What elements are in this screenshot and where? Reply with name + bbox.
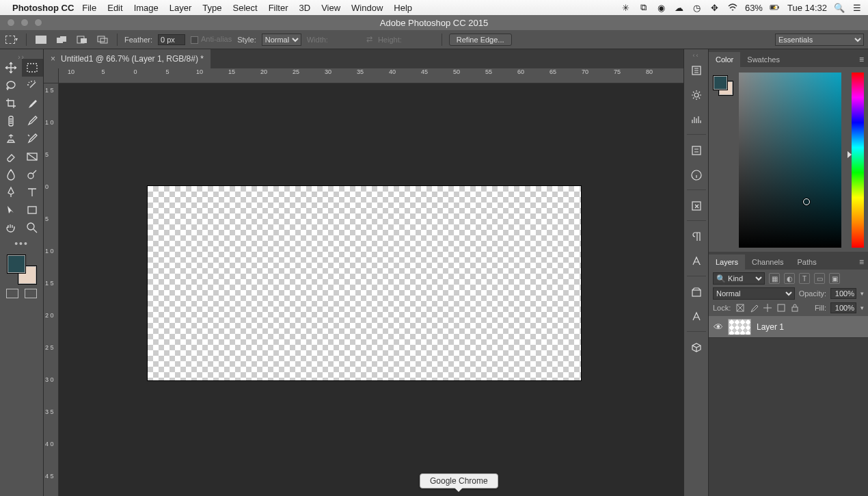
layer-filter-kind[interactable]: 🔍 Kind [713, 272, 765, 285]
info-panel-icon[interactable] [687, 164, 706, 187]
pen-tool[interactable] [0, 183, 22, 201]
document-tab[interactable]: × Untitled1 @ 66.7% (Layer 1, RGB/8#) * [44, 49, 211, 68]
path-selection-tool[interactable] [0, 201, 22, 219]
lock-transparency-icon[interactable] [735, 303, 746, 313]
libraries-panel-icon[interactable] [687, 280, 706, 304]
move-tool[interactable] [0, 59, 22, 77]
color-panel-swatches[interactable] [713, 75, 733, 96]
menu-image[interactable]: Image [134, 3, 159, 13]
lock-all-icon[interactable] [789, 303, 800, 313]
3d-panel-icon[interactable] [687, 336, 706, 359]
canvas-viewport[interactable] [59, 83, 683, 496]
canvas[interactable] [148, 186, 581, 380]
magic-wand-tool[interactable] [22, 77, 44, 94]
rectangle-tool[interactable] [22, 201, 44, 219]
histogram-panel-icon[interactable] [687, 108, 706, 131]
window-minimize-button[interactable] [21, 18, 29, 27]
layer-list[interactable]: 👁 Layer 1 [709, 316, 868, 496]
filter-shape-icon[interactable]: ▭ [814, 273, 825, 284]
history-brush-tool[interactable] [22, 130, 44, 148]
menu-help[interactable]: Help [394, 3, 412, 13]
color-swatches[interactable] [7, 254, 37, 285]
healing-brush-tool[interactable] [0, 112, 22, 130]
foreground-color-swatch[interactable] [7, 254, 26, 274]
gradient-tool[interactable] [22, 148, 44, 166]
window-zoom-button[interactable] [34, 18, 42, 27]
filter-adjustment-icon[interactable]: ◐ [784, 273, 795, 284]
opacity-input[interactable] [830, 288, 856, 299]
close-tab-icon[interactable]: × [51, 54, 55, 64]
history-panel-icon[interactable] [687, 59, 706, 82]
brightness-panel-icon[interactable] [687, 83, 706, 107]
feather-input[interactable] [158, 34, 185, 45]
layer-name[interactable]: Layer 1 [757, 322, 784, 332]
notification-center-icon[interactable]: ☰ [852, 2, 863, 13]
spotlight-icon[interactable]: 🔍 [834, 2, 845, 13]
screen-mode-icon[interactable] [25, 289, 37, 298]
app-name[interactable]: Photoshop CC [12, 3, 74, 13]
lock-artboard-icon[interactable] [776, 303, 787, 313]
menu-layer[interactable]: Layer [169, 3, 192, 13]
selection-add-icon[interactable] [54, 34, 69, 46]
menu-view[interactable]: View [321, 3, 340, 13]
adjustments-panel-icon[interactable] [687, 305, 706, 328]
menu-filter[interactable]: Filter [269, 3, 288, 13]
fill-input[interactable] [830, 302, 856, 313]
move-icon[interactable]: ✥ [709, 2, 720, 13]
layer-visibility-icon[interactable]: 👁 [709, 322, 728, 332]
filter-smart-icon[interactable]: ▣ [829, 273, 840, 284]
menubar-clock[interactable]: Tue 14:32 [787, 3, 827, 13]
tools-handle[interactable]: ›› [0, 53, 43, 59]
layers-panel-menu-icon[interactable]: ≡ [855, 254, 868, 270]
menu-file[interactable]: File [82, 3, 96, 13]
paragraph-panel-icon[interactable] [687, 225, 706, 248]
more-tools-icon[interactable]: ••• [0, 237, 43, 249]
dodge-tool[interactable] [22, 166, 44, 183]
tab-paths[interactable]: Paths [791, 254, 824, 270]
clock-icon[interactable]: ◷ [692, 2, 703, 13]
quick-mask-icon[interactable] [6, 289, 18, 298]
eyedropper-tool[interactable] [22, 94, 44, 112]
tab-color[interactable]: Color [709, 52, 740, 67]
ruler-horizontal[interactable]: 10505101520253035404550556065707580 [59, 68, 683, 83]
saturation-field[interactable] [739, 73, 841, 248]
saturation-cursor[interactable] [803, 198, 810, 205]
properties-panel-icon[interactable] [687, 139, 706, 162]
menu-3d[interactable]: 3D [299, 3, 311, 13]
color-panel-fg-swatch[interactable] [713, 75, 728, 90]
status-icon-1[interactable]: ✳︎ [621, 2, 632, 13]
filter-type-icon[interactable]: T [799, 273, 810, 284]
tab-layers[interactable]: Layers [709, 254, 745, 270]
strip-handle[interactable]: ‹‹ [693, 52, 700, 57]
crop-tool[interactable] [0, 94, 22, 112]
filter-pixel-icon[interactable]: ▦ [769, 273, 780, 284]
style-select[interactable]: Normal [262, 34, 301, 46]
rectangular-marquee-tool[interactable] [22, 59, 44, 77]
menu-window[interactable]: Window [351, 3, 383, 13]
cloud-icon[interactable]: ☁︎ [674, 2, 685, 13]
hue-arrow[interactable] [847, 151, 852, 158]
refine-edge-button[interactable]: Refine Edge... [449, 34, 512, 46]
zoom-tool[interactable] [22, 219, 44, 237]
menu-edit[interactable]: Edit [107, 3, 122, 13]
layer-row[interactable]: 👁 Layer 1 [709, 316, 868, 338]
color-panel-menu-icon[interactable]: ≡ [855, 52, 868, 67]
selection-subtract-icon[interactable] [74, 34, 90, 46]
menu-type[interactable]: Type [202, 3, 221, 13]
blur-tool[interactable] [0, 166, 22, 183]
clone-stamp-tool[interactable] [0, 130, 22, 148]
lock-pixels-icon[interactable] [748, 303, 759, 313]
tool-preset-icon[interactable]: ▾ [4, 34, 19, 46]
tab-channels[interactable]: Channels [745, 254, 790, 270]
layer-thumbnail[interactable] [728, 319, 751, 335]
type-tool[interactable] [22, 183, 44, 201]
wifi-icon[interactable] [727, 2, 738, 13]
window-close-button[interactable] [7, 18, 15, 27]
selection-intersect-icon[interactable] [95, 34, 110, 46]
hue-strip[interactable] [852, 73, 864, 248]
glyphs-panel-icon[interactable] [687, 194, 706, 218]
menu-select[interactable]: Select [232, 3, 257, 13]
eraser-tool[interactable] [0, 148, 22, 166]
status-icon-camera[interactable]: ⧉ [638, 2, 649, 13]
blend-mode-select[interactable]: Normal [713, 287, 795, 300]
